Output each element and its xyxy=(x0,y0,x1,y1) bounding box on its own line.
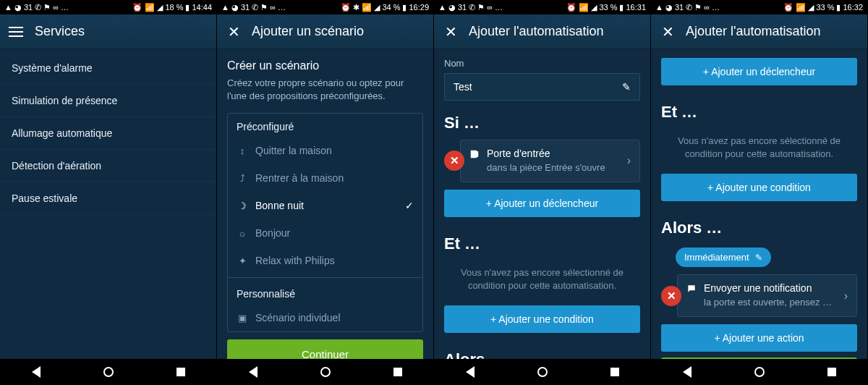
status-icon: ∞ xyxy=(487,4,493,12)
menu-icon[interactable] xyxy=(9,24,25,40)
close-icon[interactable]: ✕ xyxy=(443,24,459,40)
alarm-icon: ⏰ xyxy=(132,4,142,12)
service-item[interactable]: Simulation de présence xyxy=(0,85,216,117)
page-title: Services xyxy=(35,24,85,39)
action-card[interactable]: Envoyer une notification la porte est ou… xyxy=(677,274,857,317)
app-header: ✕ Ajouter l'automatisation xyxy=(434,14,650,49)
recent-button[interactable] xyxy=(176,368,185,376)
back-button[interactable] xyxy=(466,366,475,378)
status-icon: ◕ xyxy=(665,4,673,12)
empty-condition-msg: Vous n'avez pas encore sélectionné de co… xyxy=(651,129,867,169)
continue-button[interactable]: Continuer xyxy=(227,339,423,359)
battery-icon: ▮ xyxy=(402,4,407,12)
status-icon: ⚑ xyxy=(477,4,485,12)
alarm-icon: ⏰ xyxy=(341,4,351,12)
si-heading: Si … xyxy=(434,101,650,140)
status-icon: ✆ xyxy=(252,4,258,12)
status-icon: ✆ xyxy=(686,4,692,12)
content-area: Nom Test ✎ Si … ✕ Porte d'entrée dans la… xyxy=(434,49,650,359)
empty-condition-msg: Vous n'avez pas encore sélectionné de co… xyxy=(434,261,650,301)
add-action-button[interactable]: + Ajouter une action xyxy=(661,324,857,352)
status-icon: ▲ xyxy=(4,4,12,12)
wifi-icon: 📶 xyxy=(145,4,155,12)
item-label: Relax with Philips xyxy=(255,255,335,266)
item-label: Scénario individuel xyxy=(255,312,341,323)
scenario-goodnight[interactable]: ☽ Bonne nuit ✓ xyxy=(228,192,422,219)
screen-add-automation-2: ▲ ◕ 31 ✆ ⚑ ∞ … ⏰ 📶 ◢ 33 % ▮ 16:32 ✕ Ajou… xyxy=(651,0,868,385)
status-icon: ⚑ xyxy=(260,4,268,12)
scenario-leave-home[interactable]: ↕ Quitter la maison xyxy=(228,137,422,164)
status-icon: ✆ xyxy=(35,4,41,12)
add-trigger-button[interactable]: + Ajouter un déclencheur xyxy=(661,58,857,85)
section-desc: Créez votre propre scénario ou optez pou… xyxy=(217,77,433,113)
delete-action-button[interactable]: ✕ xyxy=(661,286,681,306)
scenario-bonjour[interactable]: ☼ Bonjour xyxy=(228,219,422,247)
scenario-return-home[interactable]: ⤴ Rentrer à la maison xyxy=(228,164,422,192)
page-title: Ajouter un scénario xyxy=(252,24,364,39)
android-nav xyxy=(651,359,867,385)
status-icon: ▲ xyxy=(438,4,446,12)
section-title: Créer un scénario xyxy=(217,49,433,77)
service-item[interactable]: Système d'alarme xyxy=(0,52,216,85)
scenario-individual[interactable]: ▣ Scénario individuel xyxy=(228,304,422,331)
recent-button[interactable] xyxy=(393,368,402,376)
clock-text: 14:44 xyxy=(192,4,212,12)
trigger-card[interactable]: Porte d'entrée dans la pièce Entrée s'ou… xyxy=(460,140,640,182)
wifi-icon: 📶 xyxy=(579,4,589,12)
add-condition-button[interactable]: + Ajouter une condition xyxy=(661,174,857,201)
action-row: ✕ Envoyer une notification la porte est … xyxy=(661,274,857,317)
alarm-icon: ⏰ xyxy=(783,4,793,12)
battery-text: 34 % xyxy=(382,4,400,12)
app-header: ✕ Ajouter un scénario xyxy=(217,14,433,49)
home-button[interactable] xyxy=(103,367,114,377)
home-button[interactable] xyxy=(320,367,331,377)
service-item[interactable]: Détection d'aération xyxy=(0,150,216,182)
clock-text: 16:32 xyxy=(843,4,863,12)
trigger-subtitle: dans la pièce Entrée s'ouvre xyxy=(487,161,620,174)
home-button[interactable] xyxy=(754,367,765,377)
alors-heading: Alors … xyxy=(651,206,867,245)
add-condition-button[interactable]: + Ajouter une condition xyxy=(444,305,640,333)
doc-icon: ▣ xyxy=(237,313,248,323)
timing-chip[interactable]: Immédiatement ✎ xyxy=(676,248,771,267)
recent-button[interactable] xyxy=(610,368,619,376)
chevron-right-icon: › xyxy=(627,154,631,167)
scenario-relax[interactable]: ✦ Relax with Philips xyxy=(228,247,422,274)
back-button[interactable] xyxy=(249,366,258,378)
close-icon[interactable]: ✕ xyxy=(660,24,676,40)
status-icon: ▲ xyxy=(655,4,663,12)
name-input[interactable]: Test ✎ xyxy=(444,73,640,101)
signal-icon: ◢ xyxy=(591,4,597,12)
chevron-right-icon: › xyxy=(844,289,848,302)
status-icon: ∞ xyxy=(704,4,710,12)
service-item[interactable]: Allumage automatique xyxy=(0,117,216,150)
item-label: Bonjour xyxy=(255,227,290,239)
services-list: Système d'alarme Simulation de présence … xyxy=(0,49,216,359)
trigger-row: ✕ Porte d'entrée dans la pièce Entrée s'… xyxy=(444,140,640,182)
screen-add-automation-1: ▲ ◕ 31 ✆ ⚑ ∞ … ⏰ 📶 ◢ 33 % ▮ 16:31 ✕ Ajou… xyxy=(434,0,651,385)
et-heading: Et … xyxy=(434,221,650,261)
edit-icon[interactable]: ✎ xyxy=(622,81,631,93)
preconfigured-box: Préconfiguré ↕ Quitter la maison ⤴ Rentr… xyxy=(227,113,423,332)
service-item[interactable]: Pause estivale xyxy=(0,182,216,215)
add-trigger-button[interactable]: + Ajouter un déclencheur xyxy=(444,190,640,217)
chat-icon xyxy=(686,284,697,297)
status-icon: ◕ xyxy=(448,4,456,12)
battery-text: 33 % xyxy=(599,4,617,12)
android-nav xyxy=(0,359,216,385)
content-area: Créer un scénario Créez votre propre scé… xyxy=(217,49,433,359)
item-label: Bonne nuit xyxy=(255,200,304,211)
status-bar: ▲ ◕ 31 ✆ ⚑ ∞ … ⏰ 📶 ◢ 33 % ▮ 16:31 xyxy=(434,0,650,14)
battery-icon: ▮ xyxy=(185,4,190,12)
page-title: Ajouter l'automatisation xyxy=(469,24,604,39)
status-icon: … xyxy=(712,4,720,12)
back-button[interactable] xyxy=(32,366,41,378)
status-icon: 31 xyxy=(24,4,33,12)
close-icon[interactable]: ✕ xyxy=(226,24,242,40)
home-button[interactable] xyxy=(537,367,548,377)
back-button[interactable] xyxy=(683,366,692,378)
sun-icon: ☼ xyxy=(237,228,248,239)
recent-button[interactable] xyxy=(827,368,836,376)
chip-label: Immédiatement xyxy=(684,252,749,263)
item-label: Quitter la maison xyxy=(255,145,332,156)
